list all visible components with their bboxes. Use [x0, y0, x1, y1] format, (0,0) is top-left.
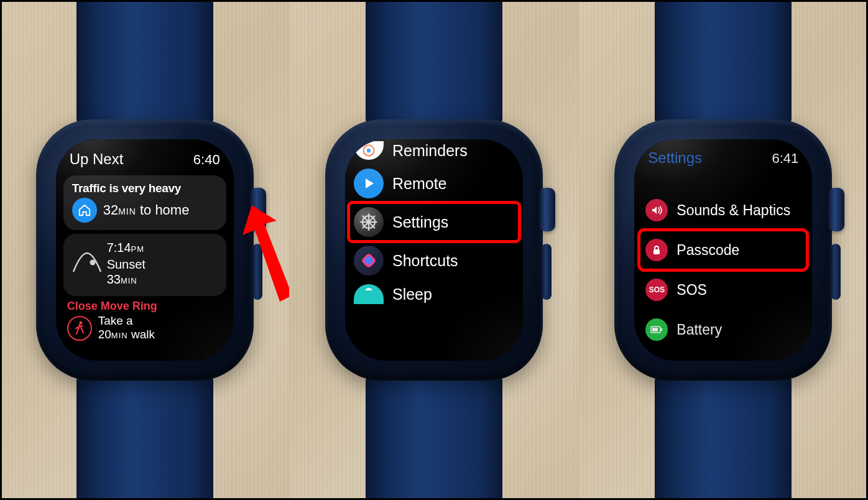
svg-point-4: [367, 149, 371, 153]
watch-band-bottom: [655, 369, 792, 500]
svg-rect-16: [653, 249, 660, 254]
sos-icon: SOS: [645, 279, 668, 301]
digital-crown[interactable]: [539, 188, 555, 231]
remote-icon: [354, 169, 384, 198]
shortcuts-icon: [354, 246, 384, 275]
watch-screen-upnext: Up Next 6:40 Traffic is very heavy 32MIN…: [56, 139, 234, 361]
app-item-reminders[interactable]: Reminders: [349, 141, 519, 164]
app-item-settings[interactable]: Settings: [349, 203, 519, 241]
traffic-card[interactable]: Traffic is very heavy 32MIN to home: [63, 175, 226, 230]
app-label: Settings: [392, 213, 448, 231]
side-button[interactable]: [542, 244, 552, 300]
panel-settings-list: Settings 6:41 Sounds & Haptics: [579, 0, 868, 500]
side-button[interactable]: [831, 244, 841, 300]
app-item-shortcuts[interactable]: Shortcuts: [349, 241, 519, 280]
svg-point-1: [79, 322, 82, 325]
sunset-info: 7:14PM Sunset 33MIN: [107, 240, 145, 289]
settings-item-sounds-haptics[interactable]: Sounds & Haptics: [639, 190, 807, 230]
traffic-status: Traffic is very heavy: [72, 182, 218, 198]
svg-point-11: [366, 220, 371, 225]
svg-point-0: [90, 260, 95, 266]
upnext-header: Up Next 6:40: [56, 139, 234, 172]
home-icon: [72, 198, 97, 223]
watch-screen-applist[interactable]: Reminders Remote: [345, 139, 523, 361]
watch-body: Settings 6:41 Sounds & Haptics: [614, 119, 832, 381]
watch-band-top: [366, 0, 502, 131]
settings-item-passcode[interactable]: Passcode: [639, 230, 807, 270]
watch-band-top: [76, 0, 213, 131]
settings-item-sos[interactable]: SOS SOS: [639, 270, 807, 310]
sleep-icon: [354, 284, 384, 304]
digital-crown[interactable]: [828, 188, 844, 231]
svg-rect-18: [661, 328, 662, 331]
digital-crown[interactable]: [250, 188, 266, 231]
settings-label: SOS: [676, 282, 707, 299]
panel-watch-siri: Up Next 6:40 Traffic is very heavy 32MIN…: [0, 0, 289, 500]
settings-label: Sounds & Haptics: [676, 202, 790, 219]
settings-label: Passcode: [676, 242, 739, 259]
settings-header: Settings 6:41: [634, 139, 812, 172]
sunset-curve-icon: [72, 251, 99, 278]
move-ring-card[interactable]: Take a 20MIN walk: [67, 314, 223, 343]
watch-band-top: [655, 0, 792, 131]
watch-body: Up Next 6:40 Traffic is very heavy 32MIN…: [36, 119, 254, 381]
svg-rect-15: [364, 290, 374, 297]
reminders-icon: [354, 141, 384, 160]
app-item-remote[interactable]: Remote: [349, 164, 519, 203]
move-ring-title: Close Move Ring: [67, 300, 223, 313]
watch-screen-settings[interactable]: Settings 6:41 Sounds & Haptics: [634, 139, 812, 361]
app-item-sleep[interactable]: Sleep: [349, 280, 519, 304]
settings-icon: [354, 207, 384, 237]
speaker-icon: [645, 199, 668, 221]
upnext-title: Up Next: [70, 150, 124, 168]
sunset-card[interactable]: 7:14PM Sunset 33MIN: [63, 234, 226, 296]
settings-label: Battery: [676, 322, 722, 338]
settings-item-battery[interactable]: Battery: [639, 310, 807, 350]
app-label: Reminders: [392, 142, 468, 160]
traffic-eta: 32MIN to home: [103, 202, 190, 218]
clock-time: 6:41: [772, 150, 798, 167]
svg-marker-5: [366, 178, 374, 188]
watch-band-bottom: [366, 369, 502, 500]
battery-icon: [645, 318, 668, 341]
watch-body: Reminders Remote: [325, 119, 543, 381]
app-label: Shortcuts: [392, 252, 458, 270]
app-label: Sleep: [392, 285, 432, 303]
app-label: Remote: [392, 175, 447, 193]
walk-icon: [67, 316, 92, 341]
clock-time: 6:40: [193, 152, 220, 168]
svg-rect-19: [652, 328, 658, 331]
lock-icon: [645, 239, 668, 261]
side-button[interactable]: [252, 244, 262, 300]
panel-app-list: Reminders Remote: [289, 0, 578, 500]
move-ring-text: Take a 20MIN walk: [98, 314, 155, 343]
settings-title[interactable]: Settings: [648, 149, 702, 167]
watch-band-bottom: [76, 369, 213, 500]
